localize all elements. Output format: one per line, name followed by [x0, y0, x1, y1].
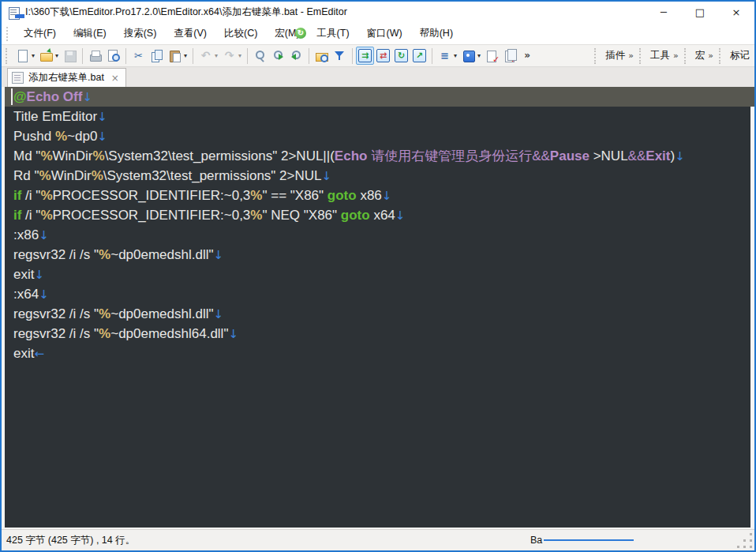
- code-line-11[interactable]: :x64↓: [5, 284, 754, 304]
- code-line-8[interactable]: :x86↓: [5, 225, 754, 245]
- code-line-3[interactable]: Pushd %~dp0↓: [5, 126, 754, 146]
- code-segment: \System32\test_permissions" 2>NUL: [103, 168, 322, 183]
- save-icon: [63, 49, 77, 62]
- copy-button[interactable]: [148, 47, 166, 65]
- tab-bar: 添加右键菜单.bat ×: [2, 66, 754, 87]
- redo-button[interactable]: ↷▾: [220, 47, 244, 65]
- code-segment: %: [99, 247, 110, 262]
- paste-icon: [168, 49, 182, 62]
- tab-close-icon[interactable]: ×: [111, 73, 119, 84]
- sync-scroll-button[interactable]: ⇉: [356, 47, 374, 65]
- new-file-button[interactable]: ▾: [13, 47, 37, 65]
- toolbar-side-button-3[interactable]: 标记: [727, 47, 753, 65]
- special-chars-dropdown-icon[interactable]: ▾: [477, 52, 481, 59]
- find-button[interactable]: [251, 47, 269, 65]
- code-segment: " NEQ "X86": [262, 208, 340, 223]
- code-line-13[interactable]: regsvr32 /i /s "%~dp0emedshl64.dll"↓: [5, 324, 754, 344]
- toolbar-side-button-0[interactable]: 插件: [602, 47, 628, 65]
- close-button[interactable]: ×: [718, 2, 754, 23]
- menu-item-8[interactable]: 帮助(H): [411, 24, 462, 43]
- code-segment: exit: [13, 267, 34, 282]
- code-segment: %: [40, 188, 52, 203]
- macro-record-icon: ✓: [485, 49, 499, 62]
- status-slider[interactable]: [544, 539, 634, 541]
- compare-direction-icon: ⇄: [376, 49, 390, 62]
- code-segment: if: [13, 208, 21, 223]
- tab-document[interactable]: 添加右键菜单.bat ×: [7, 68, 126, 87]
- menu-item-6[interactable]: 工具(T): [309, 24, 358, 43]
- compare-direction-button[interactable]: ⇄: [374, 47, 392, 65]
- special-chars-button[interactable]: ▾: [459, 47, 483, 65]
- toolbar-side-chevron-1[interactable]: »: [673, 48, 682, 63]
- open-file-icon: [39, 49, 53, 62]
- code-segment: WinDir: [51, 168, 92, 183]
- find-icon: [253, 49, 267, 62]
- toolbar-separator: [352, 48, 353, 64]
- macro-play-button[interactable]: ✓: [501, 47, 519, 65]
- macro-record-button[interactable]: ✓: [483, 47, 501, 65]
- vertical-scrollbar[interactable]: [750, 87, 754, 528]
- overflow-button[interactable]: »: [519, 47, 535, 65]
- minimize-button[interactable]: ─: [646, 2, 682, 23]
- newline-mark-icon: ↓: [39, 228, 49, 242]
- find-in-files-button[interactable]: [313, 47, 331, 65]
- maximize-button[interactable]: □: [682, 2, 718, 23]
- print-preview-icon: [107, 49, 120, 62]
- undo-button[interactable]: ↶▾: [196, 47, 220, 65]
- toolbar-grip[interactable]: [639, 48, 643, 64]
- paste-dropdown-icon[interactable]: ▾: [184, 52, 187, 59]
- toolbar-side-button-2[interactable]: 宏: [692, 47, 709, 65]
- toolbar-side-chevron-2[interactable]: »: [708, 48, 717, 63]
- menu-item-0[interactable]: 文件(F): [15, 24, 65, 43]
- newline-mark-icon: ↓: [97, 110, 107, 124]
- code-line-5[interactable]: Rd "%WinDir%\System32\test_permissions" …: [5, 166, 754, 186]
- menu-item-2[interactable]: 搜索(S): [115, 24, 166, 43]
- code-line-6[interactable]: if /i "%PROCESSOR_IDENTIFIER:~0,3%" == "…: [5, 186, 754, 205]
- menubar-grip[interactable]: [6, 27, 10, 41]
- overflow-icon: »: [522, 49, 533, 62]
- outline-icon: ≡: [438, 49, 451, 62]
- print-preview-button[interactable]: [104, 47, 122, 65]
- menu-item-3[interactable]: 查看(V): [165, 24, 215, 43]
- save-button[interactable]: [61, 47, 79, 65]
- paste-button[interactable]: ▾: [166, 47, 189, 65]
- toolbar-side-button-1[interactable]: 工具: [647, 47, 673, 65]
- undo-dropdown-icon[interactable]: ▾: [215, 52, 218, 59]
- resize-grip-icon[interactable]: [750, 533, 752, 535]
- editor-area[interactable]: @Echo Off↓Title EmEditor↓Pushd %~dp0↓Md …: [2, 87, 754, 529]
- toolbar-grip[interactable]: [6, 48, 9, 64]
- toolbar-grip[interactable]: [684, 48, 688, 64]
- code-line-12[interactable]: regsvr32 /i /s "%~dp0emedshl.dll"↓: [5, 304, 754, 324]
- compare-refresh-button[interactable]: ↻: [392, 47, 410, 65]
- code-line-4[interactable]: Md "%WinDir%\System32\test_permissions" …: [5, 146, 754, 166]
- newline-mark-icon: ↓: [228, 327, 238, 341]
- new-file-dropdown-icon[interactable]: ▾: [32, 52, 35, 59]
- cut-button[interactable]: ✂: [129, 47, 148, 65]
- code-line-1[interactable]: @Echo Off↓: [5, 87, 754, 107]
- menu-item-4[interactable]: 比较(C): [215, 24, 266, 43]
- toolbar-side-chevron-0[interactable]: »: [628, 48, 637, 63]
- code-segment: %: [99, 326, 110, 341]
- newline-mark-icon: ↓: [214, 248, 224, 262]
- find-prev-button[interactable]: [287, 47, 305, 65]
- toolbar-grip[interactable]: [719, 48, 723, 64]
- open-file-button[interactable]: ▾: [37, 47, 61, 65]
- outline-dropdown-icon[interactable]: ▾: [454, 52, 457, 59]
- menu-item-1[interactable]: 编辑(E): [65, 24, 115, 43]
- sync-scroll-icon: ⇉: [358, 49, 372, 62]
- code-line-9[interactable]: regsvr32 /i /s "%~dp0emedshl.dll"↓: [5, 245, 754, 265]
- code-line-2[interactable]: Title EmEditor↓: [5, 107, 754, 126]
- code-segment: x86: [357, 188, 382, 203]
- code-line-7[interactable]: if /i "%PROCESSOR_IDENTIFIER:~0,3%" NEQ …: [5, 205, 754, 225]
- code-line-10[interactable]: exit↓: [5, 265, 754, 284]
- open-file-dropdown-icon[interactable]: ▾: [55, 52, 58, 59]
- print-button[interactable]: [86, 47, 104, 65]
- compare-window-button[interactable]: ↗: [410, 47, 429, 65]
- toolbar-grip[interactable]: [594, 48, 598, 64]
- outline-button[interactable]: ≡▾: [436, 47, 459, 65]
- redo-dropdown-icon[interactable]: ▾: [238, 52, 241, 59]
- filter-button[interactable]: [331, 47, 349, 65]
- find-next-button[interactable]: [269, 47, 287, 65]
- code-line-14[interactable]: exit←: [5, 344, 754, 363]
- menu-item-7[interactable]: 窗口(W): [358, 24, 411, 43]
